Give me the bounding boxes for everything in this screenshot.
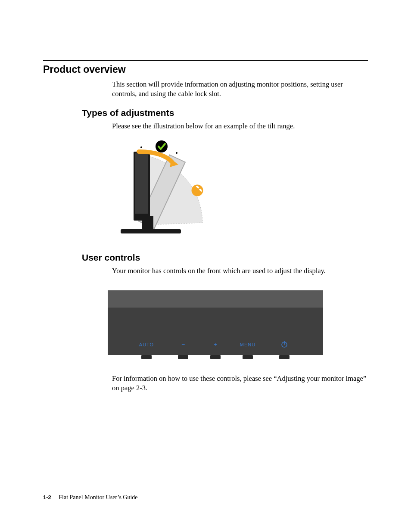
tilt-illustration-icon xyxy=(108,139,220,242)
svg-rect-18 xyxy=(141,355,152,359)
svg-rect-21 xyxy=(243,355,253,359)
paragraph-controls-ref: For information on how to use these cont… xyxy=(112,374,368,393)
figure-user-controls: AUTO − + MENU xyxy=(108,290,368,365)
figure-tilt-range xyxy=(108,139,368,244)
label-plus: + xyxy=(214,341,217,348)
heading-user-controls: User controls xyxy=(82,252,368,263)
label-auto: AUTO xyxy=(139,342,154,347)
svg-point-8 xyxy=(176,152,177,154)
svg-rect-22 xyxy=(279,355,290,359)
book-title: Flat Panel Monitor User’s Guide xyxy=(59,494,137,501)
label-menu: MENU xyxy=(240,342,255,347)
svg-rect-15 xyxy=(108,308,323,355)
controls-panel-icon: AUTO − + MENU xyxy=(108,290,323,364)
svg-rect-20 xyxy=(210,355,221,359)
label-minus: − xyxy=(181,341,185,348)
svg-point-6 xyxy=(156,140,168,152)
page-footer: 1-2 Flat Panel Monitor User’s Guide xyxy=(43,494,138,501)
page-number: 1-2 xyxy=(43,494,51,501)
paragraph-overview-intro: This section will provide information on… xyxy=(112,80,368,99)
svg-rect-14 xyxy=(108,290,323,308)
svg-rect-4 xyxy=(135,153,148,214)
paragraph-tilt-intro: Please see the illustration below for an… xyxy=(112,121,368,131)
svg-point-7 xyxy=(140,146,142,148)
document-page: Product overview This section will provi… xyxy=(0,0,411,532)
heading-product-overview: Product overview xyxy=(43,64,368,75)
paragraph-controls-intro: Your monitor has controls on the front w… xyxy=(112,266,368,276)
svg-rect-19 xyxy=(178,355,188,359)
section-rule xyxy=(43,60,368,61)
heading-types-of-adjustments: Types of adjustments xyxy=(82,108,368,118)
